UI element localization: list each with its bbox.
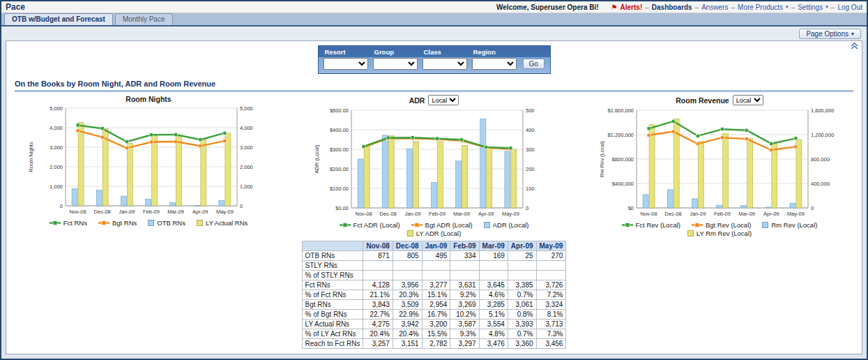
legend-label: Bgt ADR (Local): [425, 221, 473, 229]
room-nights-chart: Room Nights001,0001,0002,0002,0003,0003,…: [20, 95, 277, 237]
legend-label: Fct RNs: [63, 219, 87, 227]
table-row: LY Actual RNs4,2753,9423,2003,5873,5543,…: [302, 320, 566, 329]
legend-line-swatch: [50, 220, 61, 226]
table-wrap: Nov-08Dec-08Jan-09Feb-09Mar-09Apr-09May-…: [15, 241, 853, 349]
adr-plot: $0.000$100.00100$200.00200$300.00300$400…: [312, 106, 556, 220]
table-cell: 9.2%: [450, 290, 479, 300]
filter-select-group[interactable]: [373, 58, 418, 70]
table-cell: 3,726: [536, 280, 566, 290]
adr-chart: ADRLocal$0.000$100.00100$200.00200$300.0…: [306, 95, 563, 237]
legend-line-swatch: [622, 222, 633, 228]
row-label: Fct RNs: [302, 280, 363, 290]
dashboards-link[interactable]: Dashboards: [652, 3, 692, 11]
header-links: Welcome, Superuser Opera Bi! ⚑ Alerts! –…: [496, 3, 862, 11]
table-cell: 10.2%: [450, 310, 479, 320]
svg-text:$0: $0: [628, 205, 634, 211]
chevron-down-icon: ▾: [786, 4, 789, 10]
answers-link[interactable]: Answers: [701, 3, 728, 11]
filter-select-class[interactable]: [422, 58, 467, 70]
row-label: % of Bgt RNs: [302, 310, 363, 320]
table-row: OTB RNs87180549533416925270: [302, 251, 566, 261]
legend-label: Fct Rev (Local): [636, 221, 680, 229]
chevron-down-icon: ▾: [851, 31, 854, 37]
adr-currency-select[interactable]: Local: [428, 95, 459, 105]
legend-line-swatch: [340, 222, 351, 228]
table-cell: 3,631: [450, 280, 479, 290]
section-title: On the Books by Room Night, ADR and Room…: [15, 80, 853, 88]
go-button[interactable]: Go: [523, 59, 545, 69]
table-row: % of Bgt RNs22.7%22.9%16.7%10.2%5.1%0.8%…: [302, 310, 566, 320]
settings-link[interactable]: Settings: [798, 3, 823, 11]
table-cell: 20.4%: [393, 329, 422, 339]
svg-text:May-09: May-09: [216, 209, 234, 215]
welcome-text: Welcome, Superuser Opera Bi!: [496, 3, 599, 11]
filter-field-class: Class: [422, 47, 467, 70]
filter-field-resort: Resort: [323, 47, 368, 70]
table-cell: 3,456: [536, 339, 566, 349]
table-cell: 495: [422, 251, 450, 261]
legend-label: Bgt RNs: [112, 219, 137, 227]
table-row: Fct RNs4,1283,9563,2773,6313,6453,3853,7…: [302, 280, 566, 290]
svg-text:$400.00: $400.00: [329, 127, 348, 133]
tab-otb-budget-forecast[interactable]: OTB w/Budget and Forecast: [4, 13, 113, 25]
svg-text:0: 0: [60, 203, 63, 209]
legend-bar-swatch: [148, 220, 154, 226]
alerts-link[interactable]: Alerts!: [620, 3, 643, 11]
room-revenue-currency-select[interactable]: Local: [733, 95, 763, 105]
table-cell: 3,587: [450, 320, 479, 329]
row-label: Reach to Fct RNs: [302, 339, 363, 349]
separator: –: [731, 3, 736, 11]
legend-label: LY ADR (Local): [416, 230, 462, 237]
room-revenue-plot: $00$400,000400,000$800,000800,000$1,200,…: [597, 106, 842, 220]
table-cell: 9.3%: [450, 329, 479, 339]
svg-text:$500.00: $500.00: [329, 107, 348, 114]
legend-line-swatch: [411, 222, 422, 228]
tab-monthly-pace[interactable]: Monthly Pace: [115, 13, 173, 25]
legend-item: Bgt ADR (Local): [411, 221, 473, 229]
page-options-button[interactable]: Page Options ▾: [799, 29, 861, 39]
row-label: % of LY Act RNs: [302, 329, 363, 339]
table-cell: 15.5%: [422, 329, 450, 339]
table-cell: 4,128: [363, 280, 393, 290]
svg-text:1,000: 1,000: [240, 183, 253, 190]
svg-text:400: 400: [526, 127, 535, 133]
table-cell: 25: [508, 251, 536, 261]
legend-bar-swatch: [407, 230, 413, 237]
options-row: Page Options ▾: [1, 27, 867, 40]
row-label: Bgt RNs: [302, 300, 363, 310]
filter-field-group: Group: [373, 47, 418, 70]
table-cell: [393, 271, 422, 280]
log-out-link[interactable]: Log Out: [837, 3, 862, 11]
svg-text:Nov-08: Nov-08: [69, 209, 86, 215]
more-products-link[interactable]: More Products: [738, 3, 783, 11]
table-cell: 2,954: [422, 300, 450, 310]
legend-bar-swatch: [762, 222, 768, 228]
svg-text:$800,000: $800,000: [612, 156, 634, 163]
svg-text:Room Nights: Room Nights: [28, 142, 34, 172]
table-row: % of STLY RNs: [302, 271, 566, 280]
svg-text:1,600,000: 1,600,000: [811, 107, 834, 114]
filter-select-region[interactable]: [472, 58, 517, 70]
svg-text:3,000: 3,000: [50, 144, 63, 151]
table-cell: 0.7%: [508, 290, 536, 300]
room-revenue-chart: Room RevenueLocal$00$400,000400,000$800,…: [591, 95, 848, 237]
collapse-section-icon[interactable]: [851, 43, 858, 50]
legend-label: Fct ADR (Local): [353, 221, 400, 229]
page-title: Pace: [6, 2, 25, 12]
room-nights-chart-title: Room Nights: [125, 95, 171, 103]
svg-text:Nov-08: Nov-08: [355, 211, 372, 217]
separator: –: [695, 3, 699, 11]
filter-select-resort[interactable]: [323, 58, 368, 70]
table-cell: 8.1%: [536, 310, 566, 320]
table-row: % of LY Act RNs20.4%20.4%15.5%9.3%4.8%0.…: [302, 329, 566, 339]
svg-text:Mar-09: Mar-09: [738, 211, 755, 217]
page-options-label: Page Options: [806, 30, 848, 38]
legend-item: Rm Rev (Local): [762, 221, 817, 229]
table-row: Bgt RNs3,8433,5092,9543,2693,2853,0613,3…: [302, 300, 566, 310]
table-cell: 4.8%: [479, 329, 508, 339]
row-label: STLY RNs: [302, 261, 363, 271]
filter-field-region: Region: [472, 47, 517, 70]
legend-label: OTB RNs: [157, 219, 185, 227]
svg-text:5,000: 5,000: [240, 105, 253, 112]
svg-text:$100.00: $100.00: [329, 186, 348, 192]
